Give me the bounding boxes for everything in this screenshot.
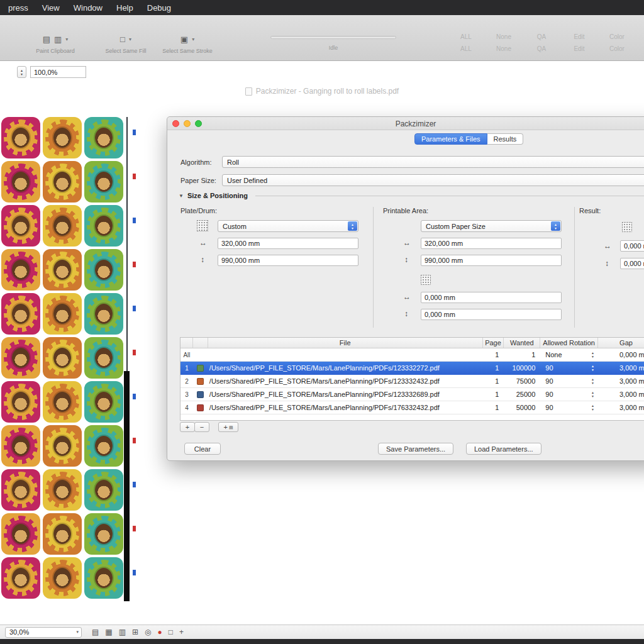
toolbar-button-qa[interactable]: QA [523,32,560,42]
record-icon[interactable]: ● [158,628,162,636]
select-same-stroke-group[interactable]: ▣ ▾ Select Same Stroke [156,33,219,54]
header-file[interactable]: File [208,338,483,348]
select-same-fill-group[interactable]: □ ▾ Select Same Fill [96,33,156,54]
printable-preset-select[interactable]: Custom Paper Size ▲▼ [421,220,562,232]
chevron-down-icon[interactable]: ▾ [129,36,131,42]
pages-icon[interactable]: ▤ [92,628,99,636]
plate-preset-value: Custom [223,223,247,230]
file-icon [197,391,204,398]
menu-item-view[interactable]: View [35,3,67,13]
add-folder-button[interactable]: +▤ [218,422,238,432]
size-positioning-section-header[interactable]: ▼ Size & Positioning [179,192,644,199]
dialog-body: Parameters & Files Results Algorithm: Ro… [167,130,644,460]
tab-results[interactable]: Results [487,133,524,145]
printable-width-field[interactable] [421,238,562,249]
cell-rot: 90▲▼ [540,401,598,414]
menu-item-debug[interactable]: Debug [140,3,178,13]
paint-clipboard-group[interactable]: ▤ ▥ ▾ Paint Clipboard [11,33,99,54]
selection-icon[interactable]: □ [169,628,173,636]
label-artwork-item [1,249,40,291]
printable-height-field[interactable] [421,255,562,266]
tab-parameters-files[interactable]: Parameters & Files [414,133,487,145]
cell-ic [193,362,208,374]
cell-file: /Users/Shared/PP_FILE_STORE/Mars/LanePla… [208,362,483,374]
plate-height-field[interactable] [218,255,358,266]
registration-mark [133,394,136,399]
save-parameters-button[interactable]: Save Parameters... [378,443,453,455]
cell-file: /Users/Shared/PP_FILE_STORE/Mars/LanePla… [208,375,483,387]
zoom-stepper[interactable]: ▲▼ [17,66,26,78]
grid-icon[interactable]: ▦ [105,628,112,636]
zoom-input[interactable] [30,66,86,78]
header-gap[interactable]: Gap [598,338,644,348]
result-height-field[interactable] [620,258,644,269]
header-wanted[interactable]: Wanted [504,338,540,348]
toolbar-button-all[interactable]: ALL [448,44,484,53]
section-title: Size & Positioning [187,192,248,199]
file-row-2[interactable]: 2/Users/Shared/PP_FILE_STORE/Mars/LanePl… [180,375,644,388]
clipboard-icon[interactable]: ▤ [43,35,50,44]
paint-clipboard-icons: ▤ ▥ ▾ [11,33,99,45]
label-artwork-item [43,513,82,555]
paste-style-icon[interactable]: ▥ [54,35,62,44]
toolbar-button-edit[interactable]: Edit [561,44,597,53]
offset-v-field[interactable] [421,309,562,320]
tiles-icon[interactable]: ⊞ [132,628,138,636]
toolbar-button-none[interactable]: None [486,44,522,53]
toolbar-button-all[interactable]: ALL [448,32,484,42]
select-same-fill-icon[interactable]: □ [120,35,125,44]
menu-item-press[interactable]: press [1,3,35,13]
rotation-stepper[interactable]: ▲▼ [591,351,594,358]
add-file-button[interactable]: + [180,422,195,432]
toolbar-button-none[interactable]: None [486,32,522,42]
list-icon[interactable]: ▥ [119,628,126,636]
app-window: pressViewWindowHelpDebug ▤ ▥ ▾ Paint Cli… [0,0,644,644]
document-canvas[interactable]: Packzimizer Parameters & Files Results A… [0,99,644,625]
canvas-zoom-select[interactable]: 30,0% ▾ [5,627,82,638]
rotation-stepper[interactable]: ▲▼ [591,364,594,372]
cell-gap: 0,000 mm [598,348,644,361]
select-same-stroke-icon[interactable]: ▣ [180,35,188,44]
label-artwork-item [1,161,40,203]
header-rotation[interactable]: Allowed Rotation [540,338,598,348]
plate-preset-select[interactable]: Custom ▲▼ [218,220,358,232]
chevron-down-icon[interactable]: ▾ [65,36,68,42]
toolbar-button-color[interactable]: Color [599,32,635,42]
width-icon: ↔ [403,238,411,247]
crosshair-icon[interactable]: + [179,628,184,636]
algorithm-select[interactable]: Roll ▲▼ [222,156,644,168]
clear-button[interactable]: Clear [184,443,221,455]
file-row-all[interactable]: All11None▲▼0,000 mm [180,348,644,362]
offset-h-field[interactable] [421,292,562,303]
width-icon: ↔ [199,238,207,247]
remove-file-button[interactable]: − [194,422,209,432]
preview-icon[interactable]: ◎ [145,628,151,636]
menu-item-window[interactable]: Window [67,3,109,13]
file-row-1[interactable]: 1/Users/Shared/PP_FILE_STORE/Mars/LanePl… [180,362,644,375]
rotation-stepper[interactable]: ▲▼ [591,377,594,385]
toolbar-button-qa[interactable]: QA [523,44,560,53]
load-parameters-button[interactable]: Load Parameters... [466,443,541,455]
registration-mark [133,174,136,179]
disclosure-triangle-icon[interactable]: ▼ [179,193,184,199]
header-page[interactable]: Page [483,338,504,348]
menu-item-help[interactable]: Help [109,3,140,13]
cell-want: 25000 [504,388,540,401]
label-artwork-item [84,161,123,203]
cell-ic [193,375,208,387]
file-row-4[interactable]: 4/Users/Shared/PP_FILE_STORE/Mars/LanePl… [180,401,644,414]
file-row-3[interactable]: 3/Users/Shared/PP_FILE_STORE/Mars/LanePl… [180,388,644,401]
chevron-down-icon[interactable]: ▾ [192,36,194,42]
rotation-stepper[interactable]: ▲▼ [591,404,594,411]
paper-size-select[interactable]: User Defined ▲▼ [222,174,644,186]
plate-width-field[interactable] [218,238,358,249]
result-width-field[interactable] [620,240,644,252]
label-artwork-item [1,293,40,335]
dialog-titlebar[interactable]: Packzimizer [167,117,644,130]
cell-gap: 3,000 mm [598,362,644,374]
rotation-stepper[interactable]: ▲▼ [591,391,594,398]
toolbar-button-color[interactable]: Color [599,44,635,53]
toolbar-button-edit[interactable]: Edit [561,32,597,42]
cell-gap: 3,000 mm [598,388,644,401]
stepper-down-icon[interactable]: ▼ [20,72,23,76]
